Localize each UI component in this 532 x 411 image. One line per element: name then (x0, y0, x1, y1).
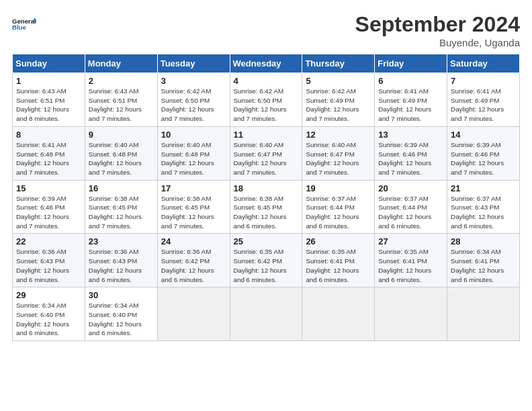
day-number: 22 (16, 236, 82, 246)
day-info: Sunrise: 6:36 AMSunset: 6:42 PMDaylight:… (161, 247, 227, 284)
day-info: Sunrise: 6:35 AMSunset: 6:41 PMDaylight:… (306, 247, 371, 284)
logo-svg: General Blue (12, 12, 36, 36)
day-info: Sunrise: 6:43 AMSunset: 6:51 PMDaylight:… (89, 87, 154, 124)
col-header-sunday: Sunday (13, 54, 85, 73)
week-row-5: 29Sunrise: 6:34 AMSunset: 6:40 PMDayligh… (13, 287, 520, 341)
day-number: 9 (89, 130, 154, 140)
calendar-cell: 26Sunrise: 6:35 AMSunset: 6:41 PMDayligh… (302, 234, 375, 287)
day-info: Sunrise: 6:39 AMSunset: 6:46 PMDaylight:… (16, 194, 82, 231)
day-info: Sunrise: 6:36 AMSunset: 6:43 PMDaylight:… (89, 247, 154, 284)
day-info: Sunrise: 6:39 AMSunset: 6:46 PMDaylight:… (451, 140, 517, 177)
day-number: 20 (378, 183, 444, 193)
calendar-cell (375, 287, 447, 341)
day-number: 17 (161, 183, 227, 193)
day-info: Sunrise: 6:37 AMSunset: 6:44 PMDaylight:… (378, 194, 444, 231)
day-info: Sunrise: 6:41 AMSunset: 6:49 PMDaylight:… (451, 87, 517, 124)
day-info: Sunrise: 6:42 AMSunset: 6:50 PMDaylight:… (234, 87, 300, 124)
calendar-cell: 1Sunrise: 6:43 AMSunset: 6:51 PMDaylight… (13, 73, 85, 127)
day-info: Sunrise: 6:37 AMSunset: 6:43 PMDaylight:… (451, 194, 517, 231)
col-header-saturday: Saturday (447, 54, 520, 73)
day-number: 15 (16, 183, 82, 193)
calendar-cell: 12Sunrise: 6:40 AMSunset: 6:47 PMDayligh… (302, 126, 375, 180)
day-info: Sunrise: 6:37 AMSunset: 6:44 PMDaylight:… (306, 194, 371, 231)
calendar-cell: 3Sunrise: 6:42 AMSunset: 6:50 PMDaylight… (157, 73, 230, 127)
day-number: 1 (16, 76, 82, 86)
day-info: Sunrise: 6:34 AMSunset: 6:41 PMDaylight:… (451, 247, 517, 284)
week-row-2: 8Sunrise: 6:41 AMSunset: 6:48 PMDaylight… (13, 126, 520, 180)
day-number: 14 (451, 130, 517, 140)
day-number: 7 (451, 76, 517, 86)
day-info: Sunrise: 6:43 AMSunset: 6:51 PMDaylight:… (16, 87, 82, 124)
calendar-cell: 11Sunrise: 6:40 AMSunset: 6:47 PMDayligh… (230, 126, 302, 180)
day-number: 19 (306, 183, 371, 193)
day-number: 12 (306, 130, 371, 140)
calendar-cell (230, 287, 302, 341)
day-number: 11 (234, 130, 300, 140)
week-row-4: 22Sunrise: 6:36 AMSunset: 6:43 PMDayligh… (13, 234, 520, 287)
day-info: Sunrise: 6:40 AMSunset: 6:47 PMDaylight:… (306, 140, 371, 177)
day-number: 3 (161, 76, 227, 86)
page: General Blue September 2024 Buyende, Uga… (0, 0, 532, 411)
calendar-cell: 15Sunrise: 6:39 AMSunset: 6:46 PMDayligh… (13, 180, 85, 234)
day-number: 13 (378, 130, 444, 140)
day-info: Sunrise: 6:35 AMSunset: 6:42 PMDaylight:… (234, 247, 300, 284)
week-row-3: 15Sunrise: 6:39 AMSunset: 6:46 PMDayligh… (13, 180, 520, 234)
col-header-tuesday: Tuesday (157, 54, 230, 73)
logo: General Blue (12, 12, 36, 36)
day-info: Sunrise: 6:38 AMSunset: 6:45 PMDaylight:… (89, 194, 154, 231)
calendar-cell: 9Sunrise: 6:40 AMSunset: 6:48 PMDaylight… (85, 126, 157, 180)
calendar-cell (302, 287, 375, 341)
calendar-table: SundayMondayTuesdayWednesdayThursdayFrid… (12, 54, 520, 341)
day-info: Sunrise: 6:40 AMSunset: 6:48 PMDaylight:… (161, 140, 227, 177)
day-info: Sunrise: 6:35 AMSunset: 6:41 PMDaylight:… (378, 247, 444, 284)
col-header-monday: Monday (85, 54, 157, 73)
calendar-cell: 13Sunrise: 6:39 AMSunset: 6:46 PMDayligh… (375, 126, 447, 180)
calendar-cell: 4Sunrise: 6:42 AMSunset: 6:50 PMDaylight… (230, 73, 302, 127)
calendar-cell: 5Sunrise: 6:42 AMSunset: 6:49 PMDaylight… (302, 73, 375, 127)
day-info: Sunrise: 6:40 AMSunset: 6:47 PMDaylight:… (234, 140, 300, 177)
calendar-cell (447, 287, 520, 341)
day-info: Sunrise: 6:34 AMSunset: 6:40 PMDaylight:… (89, 301, 154, 338)
calendar-cell: 16Sunrise: 6:38 AMSunset: 6:45 PMDayligh… (85, 180, 157, 234)
calendar-cell: 23Sunrise: 6:36 AMSunset: 6:43 PMDayligh… (85, 234, 157, 287)
day-number: 4 (234, 76, 300, 86)
calendar-cell: 17Sunrise: 6:38 AMSunset: 6:45 PMDayligh… (157, 180, 230, 234)
calendar-cell: 18Sunrise: 6:38 AMSunset: 6:45 PMDayligh… (230, 180, 302, 234)
title-block: September 2024 Buyende, Uganda (355, 12, 520, 48)
day-number: 25 (234, 236, 300, 246)
calendar-cell: 7Sunrise: 6:41 AMSunset: 6:49 PMDaylight… (447, 73, 520, 127)
col-header-thursday: Thursday (302, 54, 375, 73)
week-row-1: 1Sunrise: 6:43 AMSunset: 6:51 PMDaylight… (13, 73, 520, 127)
calendar-cell: 20Sunrise: 6:37 AMSunset: 6:44 PMDayligh… (375, 180, 447, 234)
day-info: Sunrise: 6:34 AMSunset: 6:40 PMDaylight:… (16, 301, 82, 338)
main-title: September 2024 (355, 12, 520, 37)
calendar-cell: 30Sunrise: 6:34 AMSunset: 6:40 PMDayligh… (85, 287, 157, 341)
day-number: 21 (451, 183, 517, 193)
calendar-cell: 10Sunrise: 6:40 AMSunset: 6:48 PMDayligh… (157, 126, 230, 180)
day-number: 23 (89, 236, 154, 246)
header-row: SundayMondayTuesdayWednesdayThursdayFrid… (13, 54, 520, 73)
day-number: 29 (16, 290, 82, 300)
calendar-cell: 8Sunrise: 6:41 AMSunset: 6:48 PMDaylight… (13, 126, 85, 180)
day-number: 8 (16, 130, 82, 140)
day-info: Sunrise: 6:41 AMSunset: 6:48 PMDaylight:… (16, 140, 82, 177)
day-number: 27 (378, 236, 444, 246)
day-info: Sunrise: 6:36 AMSunset: 6:43 PMDaylight:… (16, 247, 82, 284)
day-number: 26 (306, 236, 371, 246)
day-number: 28 (451, 236, 517, 246)
day-info: Sunrise: 6:38 AMSunset: 6:45 PMDaylight:… (234, 194, 300, 231)
day-info: Sunrise: 6:40 AMSunset: 6:48 PMDaylight:… (89, 140, 154, 177)
day-info: Sunrise: 6:38 AMSunset: 6:45 PMDaylight:… (161, 194, 227, 231)
day-number: 16 (89, 183, 154, 193)
calendar-cell: 21Sunrise: 6:37 AMSunset: 6:43 PMDayligh… (447, 180, 520, 234)
day-number: 2 (89, 76, 154, 86)
calendar-cell: 6Sunrise: 6:41 AMSunset: 6:49 PMDaylight… (375, 73, 447, 127)
calendar-cell: 19Sunrise: 6:37 AMSunset: 6:44 PMDayligh… (302, 180, 375, 234)
header: General Blue September 2024 Buyende, Uga… (12, 12, 520, 48)
day-number: 6 (378, 76, 444, 86)
day-number: 5 (306, 76, 371, 86)
day-info: Sunrise: 6:42 AMSunset: 6:49 PMDaylight:… (306, 87, 371, 124)
subtitle: Buyende, Uganda (355, 37, 520, 48)
day-number: 18 (234, 183, 300, 193)
col-header-wednesday: Wednesday (230, 54, 302, 73)
